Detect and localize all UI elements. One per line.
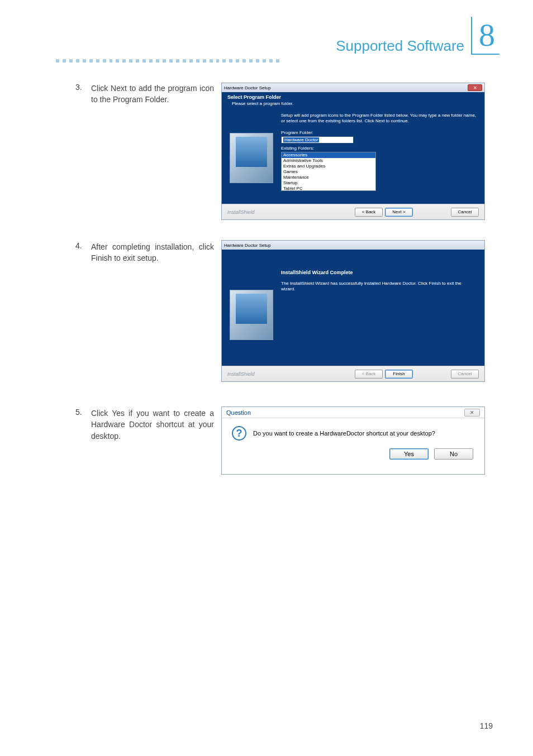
finish-button[interactable]: Finish	[385, 370, 413, 379]
chapter-header: Supported Software 8	[336, 17, 499, 55]
list-item[interactable]: Games	[282, 169, 375, 175]
cancel-button: Cancel	[451, 370, 479, 379]
step-text: Click Yes if you want to create a Hardwa…	[91, 408, 214, 442]
dialog-help: Setup will add program icons to the Prog…	[281, 113, 477, 125]
existing-folders-label: Existing Folders:	[281, 146, 477, 151]
window-title: Question	[226, 409, 251, 416]
dialog-footer: InstallShield < Back Finish Cancel	[222, 366, 484, 381]
dialog-footer: InstallShield < Back Next > Cancel	[222, 204, 484, 219]
question-icon: ?	[232, 426, 246, 441]
monitor-icon	[230, 290, 273, 340]
list-item[interactable]: Maintenance	[282, 175, 375, 180]
cancel-button[interactable]: Cancel	[451, 208, 479, 217]
dotted-rule	[56, 59, 279, 63]
step-number: 5.	[75, 408, 91, 417]
chapter-number: 8	[479, 19, 495, 51]
window-title: Hardware Doctor Setup	[224, 243, 271, 248]
question-text: Do you want to create a HardwareDoctor s…	[253, 430, 435, 437]
page-number: 119	[480, 721, 493, 730]
installshield-brand: InstallShield	[227, 209, 255, 215]
program-folder-input[interactable]: Hardware Doctor	[281, 136, 354, 143]
dialog-help: The InstallShield Wizard has successfull…	[281, 281, 477, 293]
back-button: < Back	[355, 370, 383, 379]
step-3: 3. Click Next to add the pro­gram icon t…	[75, 83, 214, 106]
program-folder-label: Program Folder:	[281, 130, 477, 135]
existing-folders-list[interactable]: Accessories Administrative Tools Extras …	[281, 152, 376, 191]
window-title: Hardware Doctor Setup	[224, 85, 271, 90]
monitor-icon	[230, 133, 273, 183]
list-item[interactable]: Administrative Tools	[282, 158, 375, 164]
screenshot-wizard-complete: Hardware Doctor Setup InstallShield Wiza…	[221, 240, 485, 382]
no-button[interactable]: No	[434, 448, 473, 460]
step-4: 4. After completing instal­lation, click…	[75, 241, 214, 264]
step-text: After completing instal­lation, click Fi…	[91, 241, 214, 264]
installshield-brand: InstallShield	[227, 371, 255, 377]
titlebar: Question ✕	[222, 407, 484, 418]
step-number: 4.	[75, 241, 91, 250]
step-number: 3.	[75, 83, 91, 92]
step-text: Click Next to add the pro­gram icon to t…	[91, 83, 214, 106]
yes-button[interactable]: Yes	[389, 448, 429, 460]
list-item[interactable]: Extras and Upgrades	[282, 164, 375, 169]
close-icon[interactable]: ✕	[464, 409, 480, 417]
close-icon[interactable]: ✕	[468, 84, 482, 91]
titlebar: Hardware Doctor Setup	[222, 241, 484, 250]
step-5: 5. Click Yes if you want to create a Har…	[75, 408, 214, 442]
dialog-subheading: Please select a program folder.	[222, 101, 484, 109]
dialog-heading: InstallShield Wizard Complete	[281, 270, 477, 275]
list-item[interactable]: Startup	[282, 180, 375, 186]
next-button[interactable]: Next >	[385, 208, 413, 217]
dialog-heading: Select Program Folder	[222, 92, 484, 101]
chapter-number-box: 8	[471, 17, 499, 55]
back-button[interactable]: < Back	[355, 208, 383, 217]
chapter-title: Supported Software	[336, 37, 464, 55]
titlebar: Hardware Doctor Setup ✕	[222, 83, 484, 92]
screenshot-question: Question ✕ ? Do you want to create a Har…	[221, 406, 485, 475]
list-item[interactable]: Accessories	[282, 152, 375, 158]
screenshot-select-program-folder: Hardware Doctor Setup ✕ Select Program F…	[221, 83, 485, 220]
list-item[interactable]: Tablet PC	[282, 186, 375, 191]
